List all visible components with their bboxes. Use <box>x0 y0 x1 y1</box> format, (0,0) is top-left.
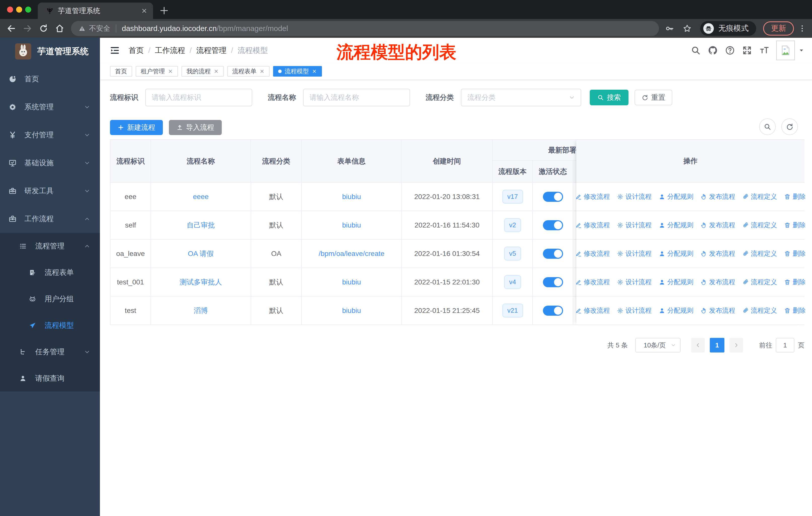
fullscreen-icon[interactable] <box>742 45 752 55</box>
font-size-icon[interactable] <box>759 45 769 55</box>
import-process-button[interactable]: 导入流程 <box>169 120 222 135</box>
sidebar-item-任务管理[interactable]: 任务管理 <box>0 338 100 365</box>
action-删除[interactable]: 删除 <box>784 221 806 229</box>
action-分配规则[interactable]: 分配规则 <box>659 278 693 287</box>
tag-流程模型[interactable]: 流程模型 <box>273 66 322 77</box>
sidebar-toggle-icon[interactable] <box>110 46 120 55</box>
goto-page-input[interactable] <box>776 338 794 352</box>
window-minimize-button[interactable] <box>16 6 22 12</box>
breadcrumb-workflow[interactable]: 工作流程 <box>155 45 185 56</box>
action-发布流程[interactable]: 发布流程 <box>700 306 735 315</box>
refresh-table-button[interactable] <box>781 118 798 135</box>
browser-tab[interactable]: 芋道管理系统 <box>38 2 153 19</box>
action-发布流程[interactable]: 发布流程 <box>700 221 735 229</box>
page-number-1[interactable]: 1 <box>710 338 724 352</box>
browser-menu-icon[interactable] <box>798 24 807 33</box>
create-process-button[interactable]: 新建流程 <box>110 120 163 135</box>
process-name-link[interactable]: 滔博 <box>194 306 208 316</box>
prev-page-button[interactable] <box>691 338 705 352</box>
action-分配规则[interactable]: 分配规则 <box>659 249 693 258</box>
bookmark-star-icon[interactable] <box>683 24 692 33</box>
action-修改流程[interactable]: 修改流程 <box>575 221 610 229</box>
tag-租户管理[interactable]: 租户管理 <box>136 66 178 77</box>
password-key-icon[interactable] <box>665 24 674 33</box>
action-流程定义[interactable]: 流程定义 <box>742 306 777 315</box>
action-分配规则[interactable]: 分配规则 <box>659 221 693 229</box>
sidebar-logo[interactable]: 芋道管理系统 <box>0 38 100 65</box>
process-name-link[interactable]: eeee <box>193 193 209 201</box>
action-设计流程[interactable]: 设计流程 <box>617 278 652 287</box>
tab-close-icon[interactable] <box>141 7 147 14</box>
action-发布流程[interactable]: 发布流程 <box>700 249 735 258</box>
process-name-link[interactable]: OA 请假 <box>188 249 214 259</box>
update-button[interactable]: 更新 <box>763 21 794 35</box>
form-info-link[interactable]: biubiu <box>342 193 361 201</box>
reload-icon[interactable] <box>39 24 48 33</box>
action-删除[interactable]: 删除 <box>784 306 806 315</box>
action-流程定义[interactable]: 流程定义 <box>742 192 777 201</box>
caret-down-icon[interactable] <box>799 47 805 53</box>
help-icon[interactable] <box>725 45 735 55</box>
address-bar[interactable]: 不安全 dashboard.yudao.iocoder.cn/bpm/manag… <box>71 21 659 36</box>
action-设计流程[interactable]: 设计流程 <box>617 221 652 229</box>
action-流程定义[interactable]: 流程定义 <box>742 278 777 287</box>
action-设计流程[interactable]: 设计流程 <box>617 192 652 201</box>
user-avatar[interactable] <box>776 40 795 60</box>
form-info-link[interactable]: biubiu <box>342 278 361 286</box>
action-修改流程[interactable]: 修改流程 <box>575 249 610 258</box>
action-删除[interactable]: 删除 <box>784 278 806 287</box>
action-发布流程[interactable]: 发布流程 <box>700 278 735 287</box>
sidebar-item-研发工具[interactable]: 研发工具 <box>0 177 100 205</box>
sidebar-item-基础设施[interactable]: 基础设施 <box>0 149 100 177</box>
sidebar-item-系统管理[interactable]: 系统管理 <box>0 93 100 121</box>
process-category-select[interactable]: 流程分类 <box>461 89 581 106</box>
active-toggle[interactable] <box>543 220 563 230</box>
process-key-input[interactable] <box>145 89 252 106</box>
back-icon[interactable] <box>6 24 16 33</box>
action-流程定义[interactable]: 流程定义 <box>742 221 777 229</box>
window-close-button[interactable] <box>7 6 13 12</box>
sidebar-item-支付管理[interactable]: 支付管理 <box>0 121 100 149</box>
form-info-link[interactable]: /bpm/oa/leave/create <box>319 250 385 258</box>
sidebar-item-首页[interactable]: 首页 <box>0 65 100 93</box>
active-toggle[interactable] <box>543 306 563 316</box>
new-tab-button[interactable] <box>159 5 169 16</box>
tag-流程表单[interactable]: 流程表单 <box>227 66 269 77</box>
action-修改流程[interactable]: 修改流程 <box>575 306 610 315</box>
action-分配规则[interactable]: 分配规则 <box>659 306 693 315</box>
action-修改流程[interactable]: 修改流程 <box>575 278 610 287</box>
sidebar-item-请假查询[interactable]: 请假查询 <box>0 365 100 391</box>
action-删除[interactable]: 删除 <box>784 192 806 201</box>
github-icon[interactable] <box>708 45 718 55</box>
sidebar-item-工作流程[interactable]: 工作流程 <box>0 205 100 233</box>
action-删除[interactable]: 删除 <box>784 249 806 258</box>
process-name-link[interactable]: 测试多审批人 <box>180 277 222 287</box>
window-zoom-button[interactable] <box>25 6 31 12</box>
action-分配规则[interactable]: 分配规则 <box>659 192 693 201</box>
process-name-link[interactable]: 自己审批 <box>187 220 215 230</box>
tag-我的流程[interactable]: 我的流程 <box>181 66 224 77</box>
tag-首页[interactable]: 首页 <box>110 66 132 77</box>
action-修改流程[interactable]: 修改流程 <box>575 192 610 201</box>
search-icon[interactable] <box>691 45 701 55</box>
action-发布流程[interactable]: 发布流程 <box>700 192 735 201</box>
form-info-link[interactable]: biubiu <box>342 221 361 229</box>
form-info-link[interactable]: biubiu <box>342 307 361 315</box>
breadcrumb-home[interactable]: 首页 <box>128 45 144 56</box>
sidebar-item-流程模型[interactable]: 流程模型 <box>0 312 100 338</box>
reset-button[interactable]: 重置 <box>635 90 672 105</box>
active-toggle[interactable] <box>543 249 563 259</box>
sidebar-item-流程管理[interactable]: 流程管理 <box>0 233 100 259</box>
action-设计流程[interactable]: 设计流程 <box>617 249 652 258</box>
sidebar-item-用户分组[interactable]: 用户分组 <box>0 286 100 312</box>
process-name-input[interactable] <box>303 89 410 106</box>
active-toggle[interactable] <box>543 277 563 287</box>
breadcrumb-process-mgmt[interactable]: 流程管理 <box>196 45 227 56</box>
sidebar-item-流程表单[interactable]: 流程表单 <box>0 259 100 286</box>
next-page-button[interactable] <box>729 338 743 352</box>
page-size-select[interactable]: 10条/页 <box>635 338 680 352</box>
search-button[interactable]: 搜索 <box>590 90 629 105</box>
action-设计流程[interactable]: 设计流程 <box>617 306 652 315</box>
action-流程定义[interactable]: 流程定义 <box>742 249 777 258</box>
home-icon[interactable] <box>55 24 64 33</box>
